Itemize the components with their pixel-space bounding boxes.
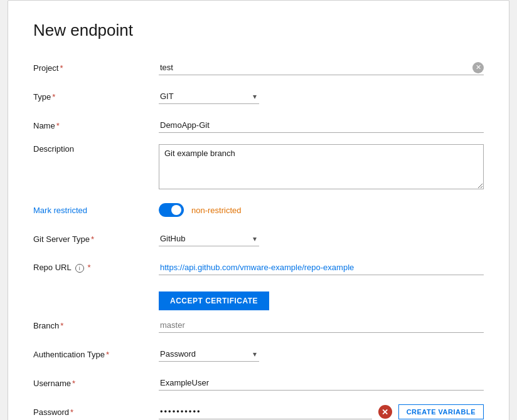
auth-type-label: Authentication Type* xyxy=(33,350,159,359)
mark-restricted-label: Mark restricted xyxy=(33,206,159,215)
name-row: Name* xyxy=(33,115,484,135)
repo-url-input[interactable] xyxy=(159,260,484,275)
password-input[interactable] xyxy=(160,407,371,416)
username-row: Username* xyxy=(33,373,484,393)
name-input[interactable] xyxy=(159,118,484,133)
git-server-type-input-col: GitHub GitLab Bitbucket ▾ xyxy=(159,231,484,246)
mark-restricted-row: Mark restricted non-restricted xyxy=(33,200,484,220)
repo-url-info-icon[interactable]: i xyxy=(75,264,84,273)
name-input-col xyxy=(159,118,484,133)
username-input-col xyxy=(159,375,484,391)
create-variable-button[interactable]: CREATE VARIABLE xyxy=(398,404,484,419)
description-row: Description Git example branch xyxy=(33,144,484,191)
branch-input[interactable] xyxy=(159,318,484,333)
project-clear-button[interactable]: ✕ xyxy=(472,62,484,73)
type-select[interactable]: GIT SVN TFS xyxy=(159,89,259,104)
accept-cert-row: ACCEPT CERTIFICATE xyxy=(33,286,484,315)
new-endpoint-dialog: New endpoint Project* ✕ Type* GIT SVN T xyxy=(8,0,509,420)
username-input[interactable] xyxy=(159,375,484,391)
project-input-col: ✕ xyxy=(159,60,484,75)
mark-restricted-input-col: non-restricted xyxy=(159,203,484,217)
mark-restricted-toggle[interactable] xyxy=(159,203,184,217)
name-label: Name* xyxy=(33,121,159,130)
git-server-type-label: Git Server Type* xyxy=(33,234,159,244)
dialog-title: New endpoint xyxy=(33,21,484,40)
password-row-inner: ✕ CREATE VARIABLE xyxy=(159,404,484,419)
git-server-type-select-wrapper: GitHub GitLab Bitbucket ▾ xyxy=(159,231,259,246)
branch-input-col xyxy=(159,318,484,333)
auth-type-select-wrapper: Password Token SSH ▾ xyxy=(159,347,259,362)
repo-url-row: Repo URL i * xyxy=(33,258,484,278)
project-input[interactable] xyxy=(159,60,472,75)
auth-type-row: Authentication Type* Password Token SSH … xyxy=(33,344,484,364)
branch-row: Branch* xyxy=(33,315,484,335)
repo-url-input-col xyxy=(159,260,484,275)
toggle-status-label: non-restricted xyxy=(191,206,241,215)
description-textarea[interactable]: Git example branch xyxy=(159,144,484,189)
accept-certificate-button[interactable]: ACCEPT CERTIFICATE xyxy=(159,291,269,310)
auth-type-select[interactable]: Password Token SSH xyxy=(159,347,259,362)
password-input-col: ✕ CREATE VARIABLE xyxy=(159,404,484,419)
project-row: Project* ✕ xyxy=(33,58,484,78)
repo-url-label: Repo URL i * xyxy=(33,263,159,273)
clear-icon: ✕ xyxy=(476,63,481,71)
git-server-type-select[interactable]: GitHub GitLab Bitbucket xyxy=(159,231,259,246)
username-label: Username* xyxy=(33,379,159,388)
description-label: Description xyxy=(33,144,159,154)
password-field-wrapper xyxy=(159,404,372,419)
type-label: Type* xyxy=(33,92,159,102)
auth-type-input-col: Password Token SSH ▾ xyxy=(159,347,484,362)
password-error-icon[interactable]: ✕ xyxy=(378,405,392,419)
password-row: Password* ✕ CREATE VARIABLE xyxy=(33,402,484,420)
type-input-col: GIT SVN TFS ▾ xyxy=(159,89,484,104)
type-row: Type* GIT SVN TFS ▾ xyxy=(33,87,484,107)
project-label: Project* xyxy=(33,63,159,73)
description-input-col: Git example branch xyxy=(159,144,484,191)
git-server-type-row: Git Server Type* GitHub GitLab Bitbucket… xyxy=(33,229,484,249)
password-label: Password* xyxy=(33,407,159,417)
project-field-wrapper: ✕ xyxy=(159,60,484,75)
type-select-wrapper: GIT SVN TFS ▾ xyxy=(159,89,259,104)
branch-label: Branch* xyxy=(33,321,159,330)
